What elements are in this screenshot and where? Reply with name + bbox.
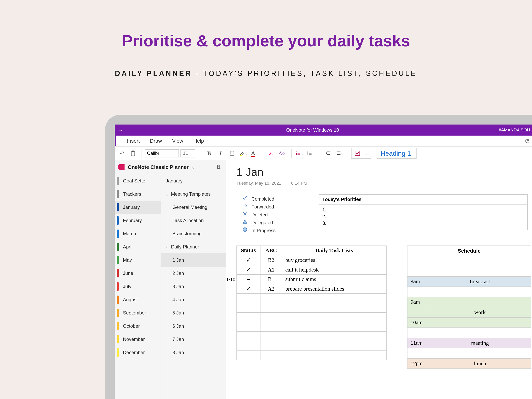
- schedule-label-cell[interactable]: [429, 287, 531, 297]
- menu-help[interactable]: Help: [194, 138, 204, 144]
- font-name-input[interactable]: Calibri: [145, 149, 179, 158]
- schedule-label-cell[interactable]: lunch: [429, 358, 531, 369]
- schedule-row[interactable]: 9am: [407, 297, 531, 307]
- schedule-row[interactable]: [407, 266, 531, 276]
- task-row[interactable]: ✓B2buy groceries: [237, 255, 386, 265]
- heading-style-selector[interactable]: Heading 1: [377, 148, 417, 159]
- page-item[interactable]: Brainstorming: [161, 227, 226, 240]
- task-row-blank[interactable]: [237, 303, 386, 312]
- page-item[interactable]: 5 Jan: [161, 306, 226, 319]
- task-status-cell[interactable]: →: [237, 274, 260, 284]
- schedule-row[interactable]: 11ammeeting: [407, 338, 531, 348]
- page-item[interactable]: 1 Jan: [161, 253, 226, 266]
- section-item[interactable]: October: [115, 319, 161, 333]
- page-title[interactable]: 1 Jan: [236, 165, 532, 178]
- font-color-icon[interactable]: A: [250, 148, 260, 158]
- section-item[interactable]: Goal Setter: [115, 174, 161, 187]
- task-row-blank[interactable]: [237, 331, 386, 341]
- schedule-label-cell[interactable]: [429, 348, 531, 358]
- schedule-label-cell[interactable]: [429, 266, 531, 276]
- schedule-label-cell[interactable]: [429, 256, 531, 266]
- schedule-label-cell[interactable]: breakfast: [429, 276, 531, 287]
- schedule-table[interactable]: Schedule 8ambreakfast 9am work10am 11amm…: [407, 246, 531, 369]
- schedule-row[interactable]: [407, 256, 531, 266]
- schedule-label-cell[interactable]: [429, 297, 531, 307]
- task-row-blank[interactable]: [237, 350, 386, 360]
- font-size-input[interactable]: 11: [180, 149, 195, 158]
- schedule-row[interactable]: 10am: [407, 317, 531, 328]
- task-row[interactable]: ✓A2prepare presentation slides: [237, 284, 386, 294]
- italic-icon[interactable]: I: [215, 148, 225, 158]
- schedule-row[interactable]: [407, 328, 531, 338]
- section-item[interactable]: December: [115, 346, 161, 359]
- section-item[interactable]: August: [115, 293, 161, 306]
- schedule-row[interactable]: 8ambreakfast: [407, 276, 531, 287]
- section-item[interactable]: May: [115, 253, 161, 266]
- page-canvas[interactable]: 1 Jan Tuesday, May 18, 2021 6:14 PM Comp…: [226, 160, 532, 399]
- page-item[interactable]: Daily Planner: [161, 240, 226, 253]
- schedule-row[interactable]: 12pmlunch: [407, 358, 531, 369]
- section-item[interactable]: Trackers: [115, 187, 161, 201]
- page-item[interactable]: General Meeting: [161, 201, 226, 214]
- schedule-label-cell[interactable]: work: [429, 307, 531, 317]
- task-text-cell[interactable]: buy groceries: [282, 255, 386, 265]
- notebook-header[interactable]: OneNote Classic Planner ⌄ ⇅: [115, 160, 226, 174]
- schedule-label-cell[interactable]: meeting: [429, 338, 531, 348]
- task-abc-cell[interactable]: A2: [260, 284, 282, 294]
- task-row[interactable]: →B1submit claims: [237, 274, 386, 284]
- todo-checkbox-button[interactable]: ⌄: [351, 148, 371, 159]
- schedule-row[interactable]: work: [407, 307, 531, 317]
- schedule-label-cell[interactable]: [429, 317, 531, 328]
- task-status-cell[interactable]: ✓: [237, 255, 260, 265]
- outdent-icon[interactable]: [323, 148, 333, 158]
- schedule-label-cell[interactable]: [429, 328, 531, 338]
- text-effects-icon[interactable]: A◇: [278, 148, 288, 158]
- priority-line[interactable]: 2.: [322, 213, 524, 220]
- task-table[interactable]: StatusABCDaily Task Lists✓B2buy grocerie…: [236, 246, 386, 360]
- page-item[interactable]: 8 Jan: [161, 346, 226, 359]
- page-item[interactable]: January: [161, 174, 226, 187]
- task-text-cell[interactable]: submit claims: [282, 274, 386, 284]
- menu-insert[interactable]: Insert: [127, 138, 140, 144]
- task-status-cell[interactable]: ✓: [237, 284, 260, 294]
- sort-icon[interactable]: ⇅: [216, 164, 221, 171]
- page-item[interactable]: Task Allocation: [161, 214, 226, 227]
- section-item[interactable]: April: [115, 240, 161, 253]
- section-item[interactable]: September: [115, 306, 161, 319]
- section-item[interactable]: November: [115, 333, 161, 346]
- menu-draw[interactable]: Draw: [150, 138, 162, 144]
- clear-formatting-icon[interactable]: [267, 148, 277, 158]
- task-text-cell[interactable]: prepare presentation slides: [282, 284, 386, 294]
- task-status-cell[interactable]: ✓: [237, 265, 260, 274]
- section-item[interactable]: February: [115, 214, 161, 227]
- schedule-row[interactable]: [407, 348, 531, 358]
- task-abc-cell[interactable]: B2: [260, 255, 282, 265]
- task-row-blank[interactable]: [237, 341, 386, 350]
- task-abc-cell[interactable]: A1: [260, 265, 282, 274]
- schedule-row[interactable]: [407, 287, 531, 297]
- task-row-blank[interactable]: [237, 322, 386, 331]
- indent-icon[interactable]: [335, 148, 344, 158]
- sync-icon[interactable]: ◔: [525, 138, 530, 144]
- section-item[interactable]: March: [115, 227, 161, 240]
- section-item[interactable]: July: [115, 280, 161, 293]
- priority-line[interactable]: 1.: [322, 207, 524, 213]
- page-item[interactable]: 4 Jan: [161, 293, 226, 306]
- numbered-list-icon[interactable]: 123: [306, 148, 316, 158]
- underline-icon[interactable]: U: [227, 148, 237, 158]
- clipboard-icon[interactable]: [128, 148, 138, 158]
- task-row[interactable]: ✓A1call it helpdesk: [237, 265, 386, 274]
- menu-view[interactable]: View: [172, 138, 183, 144]
- page-item[interactable]: Meeting Templates: [161, 187, 226, 201]
- priorities-box[interactable]: Today's Priorities 1.2.3.: [319, 194, 528, 230]
- page-item[interactable]: 2 Jan: [161, 266, 226, 280]
- nav-forward-icon[interactable]: →: [115, 127, 127, 133]
- priority-line[interactable]: 3.: [322, 220, 524, 227]
- bullet-list-icon[interactable]: [295, 148, 305, 158]
- page-item[interactable]: 7 Jan: [161, 333, 226, 346]
- task-row-blank[interactable]: [237, 294, 386, 303]
- breadcrumb-user[interactable]: #AMANDA SOH: [499, 127, 532, 133]
- highlight-icon[interactable]: [238, 148, 248, 158]
- task-abc-cell[interactable]: B1: [260, 274, 282, 284]
- page-item[interactable]: 6 Jan: [161, 319, 226, 333]
